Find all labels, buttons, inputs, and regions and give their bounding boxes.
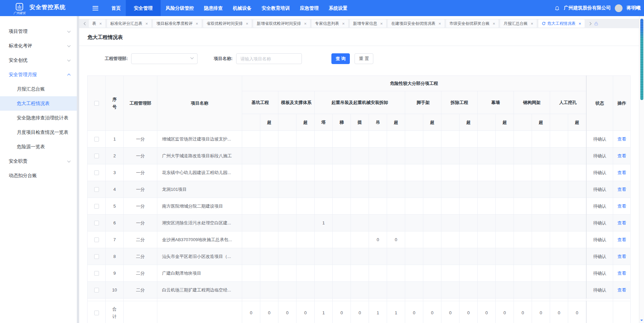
row-checkbox[interactable]	[94, 170, 99, 175]
notification-bell-icon[interactable]	[554, 5, 560, 11]
chevron-down-icon	[67, 44, 71, 47]
view-link[interactable]: 查看	[618, 254, 626, 259]
view-link[interactable]: 查看	[618, 153, 626, 158]
nav-item-7[interactable]: 系统设置	[324, 0, 353, 16]
sidebar-collapse-icon[interactable]	[93, 6, 98, 10]
cell-action: 查看	[613, 282, 631, 299]
tab-close-icon[interactable]: ×	[146, 21, 148, 26]
tab-8[interactable]: 市级安全创优获奖台账×	[446, 19, 499, 28]
col-header-seq: 序号	[106, 76, 124, 131]
nav-item-0[interactable]: 首页	[106, 0, 126, 16]
cell-status: 待确认	[586, 215, 613, 231]
tab-4[interactable]: 新增省双优检评时间安排×	[253, 19, 310, 28]
nav-item-4[interactable]: 机械设备	[228, 0, 257, 16]
tab-7[interactable]: 在建项目安全创优情况表×	[388, 19, 444, 28]
cell-value	[405, 181, 423, 198]
tab-close-icon[interactable]: ×	[493, 21, 495, 26]
nav-item-1[interactable]: 安全管理	[126, 0, 161, 16]
tab-10[interactable]: 危大工程情况表×	[538, 19, 585, 28]
tab-close-icon[interactable]: ×	[246, 21, 249, 26]
window-scrollbar[interactable]	[639, 16, 644, 323]
row-checkbox[interactable]	[94, 187, 99, 192]
sidebar-item-9[interactable]: 安全职责	[0, 154, 77, 168]
cell-value	[441, 265, 460, 282]
cell-value	[460, 265, 478, 282]
select-all-checkbox[interactable]	[94, 101, 99, 106]
tab-scroll-left-icon[interactable]	[84, 22, 87, 25]
cell-value	[423, 164, 441, 181]
cell-value	[297, 248, 315, 265]
total-row-checkbox[interactable]	[94, 311, 99, 315]
avatar[interactable]	[615, 4, 623, 12]
view-link[interactable]: 查看	[618, 271, 626, 276]
cell-seq: 9	[106, 265, 124, 282]
tab-5[interactable]: 专家信息列表×	[312, 19, 348, 28]
table-row: 5一分南方医院增城分院二期建设项目待确认查看	[88, 198, 631, 215]
sidebar-item-10[interactable]: 动态扣分台账	[0, 168, 77, 183]
view-link[interactable]: 查看	[618, 220, 626, 225]
sidebar-item-7[interactable]: 月度项目检查情况一览表	[0, 125, 77, 140]
view-link[interactable]: 查看	[618, 187, 626, 192]
company-name[interactable]: 广州建筑股份有限公司	[564, 5, 611, 11]
refresh-icon[interactable]	[542, 21, 546, 25]
sidebar-item-1[interactable]: 标准化考评	[0, 39, 77, 53]
nav-item-5[interactable]: 安全教育培训	[257, 0, 295, 16]
sidebar-item-4[interactable]: 月报汇总台账	[0, 82, 77, 96]
row-checkbox[interactable]	[94, 237, 99, 242]
dept-select[interactable]	[131, 53, 198, 64]
sidebar-item-2[interactable]: 安全创优	[0, 53, 77, 67]
row-checkbox[interactable]	[94, 137, 99, 142]
cell-action: 查看	[613, 131, 631, 148]
nav-item-6[interactable]: 应急管理	[295, 0, 324, 16]
cell-value	[405, 265, 423, 282]
cell-value	[423, 231, 441, 248]
tab-close-icon[interactable]: ×	[438, 21, 441, 26]
cell-checkbox	[88, 131, 106, 148]
scrollbar-handle[interactable]	[640, 19, 643, 100]
cell-value	[532, 231, 550, 248]
tab-3[interactable]: 省双优检评时间安排×	[203, 19, 252, 28]
sidebar-item-5[interactable]: 危大工程情况表	[0, 96, 77, 111]
tab-close-icon[interactable]: ×	[380, 21, 383, 26]
row-checkbox[interactable]	[94, 288, 99, 292]
view-link[interactable]: 查看	[618, 170, 626, 175]
tab-6[interactable]: 新增专家信息×	[350, 19, 386, 28]
tab-close-icon[interactable]: ×	[531, 21, 533, 26]
scrollbar-down-arrow-icon[interactable]	[640, 320, 643, 322]
tab-1[interactable]: 标准化评分汇总表×	[107, 19, 152, 28]
user-name[interactable]: 蒋明曦	[627, 5, 641, 11]
sidebar-item-0[interactable]: 项目管理	[0, 24, 77, 39]
row-checkbox[interactable]	[94, 154, 99, 158]
tab-close-icon[interactable]: ×	[579, 21, 581, 26]
view-link[interactable]: 查看	[618, 237, 626, 242]
view-link[interactable]: 查看	[618, 287, 626, 292]
sidebar-item-3[interactable]: 安全管理月报	[0, 67, 77, 82]
search-button[interactable]: 查 询	[331, 53, 350, 64]
tab-close-icon[interactable]: ×	[342, 21, 345, 26]
row-checkbox[interactable]	[94, 221, 99, 225]
sidebar-item-6[interactable]: 安全隐患排查治理统计表	[0, 111, 77, 125]
cell-value	[369, 248, 387, 265]
row-checkbox[interactable]	[94, 204, 99, 209]
tab-close-icon[interactable]: ×	[304, 21, 307, 26]
cell-value	[550, 248, 568, 265]
view-link[interactable]: 查看	[618, 137, 626, 142]
row-checkbox[interactable]	[94, 271, 99, 276]
reset-button[interactable]: 重 置	[355, 53, 373, 64]
lock-icon[interactable]	[594, 21, 598, 26]
view-link[interactable]: 查看	[618, 204, 626, 209]
nav-item-3[interactable]: 隐患排查	[199, 0, 228, 16]
table-row: 1一分增城区监管场所迁建项目边坡支护...待确认查看	[88, 131, 631, 148]
tab-close-icon[interactable]: ×	[99, 21, 102, 26]
tab-9[interactable]: 月报汇总台账×	[500, 19, 537, 28]
tab-2[interactable]: 项目标准化季度检评×	[153, 19, 202, 28]
tab-scroll-right-icon[interactable]	[588, 22, 591, 25]
nav-item-2[interactable]: 风险分级管控	[161, 0, 199, 16]
tab-0[interactable]: 表×	[89, 19, 105, 28]
project-name-input[interactable]	[236, 53, 302, 64]
sidebar-item-8[interactable]: 危险源一览表	[0, 140, 77, 154]
row-checkbox[interactable]	[94, 254, 99, 259]
cell-value	[297, 198, 315, 215]
tab-close-icon[interactable]: ×	[196, 21, 198, 26]
sub-col-header: 塔	[315, 114, 333, 131]
